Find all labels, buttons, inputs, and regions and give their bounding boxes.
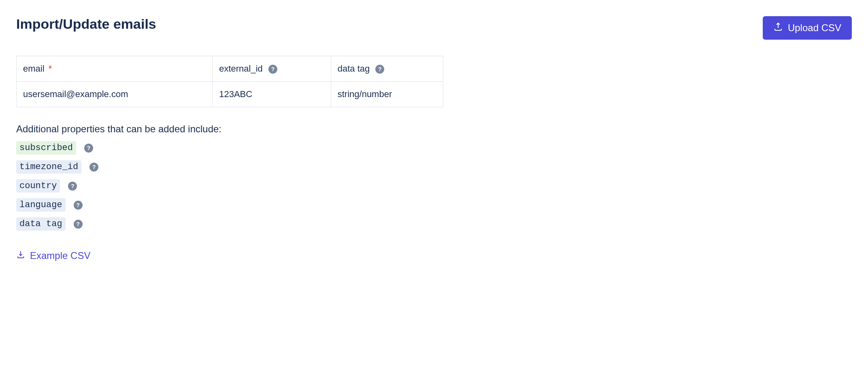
cell-email: usersemail@example.com xyxy=(17,82,213,107)
cell-external-id: 123ABC xyxy=(213,82,331,107)
download-icon xyxy=(16,250,25,261)
prop-row-country: country ? xyxy=(16,179,852,193)
help-icon[interactable]: ? xyxy=(84,144,93,153)
example-csv-link[interactable]: Example CSV xyxy=(16,250,90,261)
help-icon[interactable]: ? xyxy=(68,182,77,191)
header-email: email * xyxy=(17,56,213,82)
header-data-tag-label: data tag xyxy=(338,64,370,74)
header-data-tag: data tag ? xyxy=(331,56,443,82)
help-icon[interactable]: ? xyxy=(375,65,384,74)
help-icon[interactable]: ? xyxy=(89,163,98,172)
import-schema-table: email * external_id ? data tag ? usersem… xyxy=(16,56,443,107)
header-external-id: external_id ? xyxy=(213,56,331,82)
example-csv-label: Example CSV xyxy=(30,250,90,261)
prop-chip: subscribed xyxy=(16,141,76,155)
prop-row-subscribed: subscribed ? xyxy=(16,141,852,155)
table-row: usersemail@example.com 123ABC string/num… xyxy=(17,82,443,107)
prop-row-language: language ? xyxy=(16,198,852,212)
upload-button-label: Upload CSV xyxy=(788,22,841,34)
cell-data-tag: string/number xyxy=(331,82,443,107)
prop-chip: timezone_id xyxy=(16,160,81,174)
header-external-id-label: external_id xyxy=(219,64,263,74)
upload-icon xyxy=(773,22,783,34)
additional-props-list: subscribed ? timezone_id ? country ? lan… xyxy=(16,141,852,231)
required-indicator: * xyxy=(49,64,52,74)
help-icon[interactable]: ? xyxy=(74,201,83,210)
upload-csv-button[interactable]: Upload CSV xyxy=(763,16,852,40)
prop-chip: language xyxy=(16,198,66,212)
additional-props-intro: Additional properties that can be added … xyxy=(16,123,852,135)
table-header-row: email * external_id ? data tag ? xyxy=(17,56,443,82)
header-email-label: email xyxy=(23,64,45,74)
prop-chip: country xyxy=(16,179,60,193)
prop-chip: data tag xyxy=(16,217,66,231)
prop-row-data-tag: data tag ? xyxy=(16,217,852,231)
prop-row-timezone-id: timezone_id ? xyxy=(16,160,852,174)
page-title: Import/Update emails xyxy=(16,16,156,32)
help-icon[interactable]: ? xyxy=(268,65,277,74)
help-icon[interactable]: ? xyxy=(74,220,83,229)
